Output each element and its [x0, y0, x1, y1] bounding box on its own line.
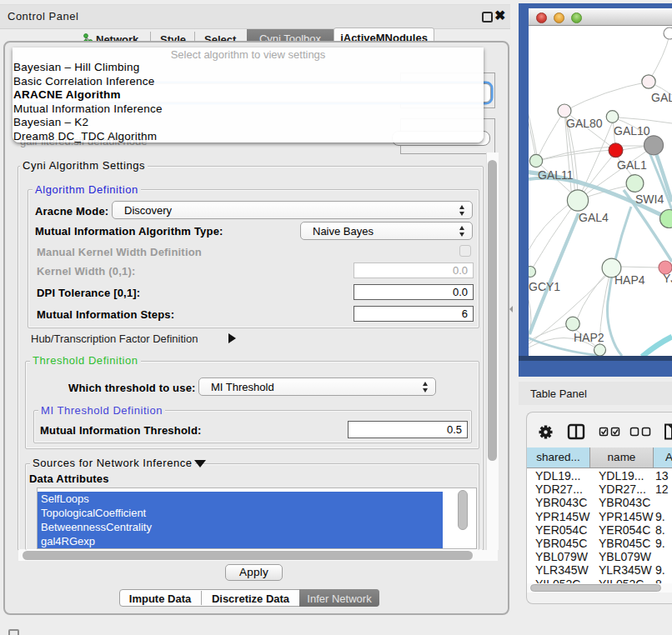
svg-text:GAL80: GAL80	[566, 117, 603, 130]
svg-text:GCY1: GCY1	[529, 280, 560, 293]
svg-text:GAL2: GAL2	[651, 91, 672, 104]
svg-text:YJ: YJ	[663, 272, 672, 285]
svg-text:HAP2: HAP2	[574, 331, 604, 344]
svg-text:GAL11: GAL11	[538, 168, 574, 182]
svg-text:GAL10: GAL10	[614, 124, 650, 138]
svg-text:HAP4: HAP4	[614, 273, 645, 287]
svg-text:SWI4: SWI4	[635, 192, 664, 206]
svg-text:GAL1: GAL1	[617, 158, 647, 172]
svg-text:GAL4: GAL4	[579, 211, 609, 224]
